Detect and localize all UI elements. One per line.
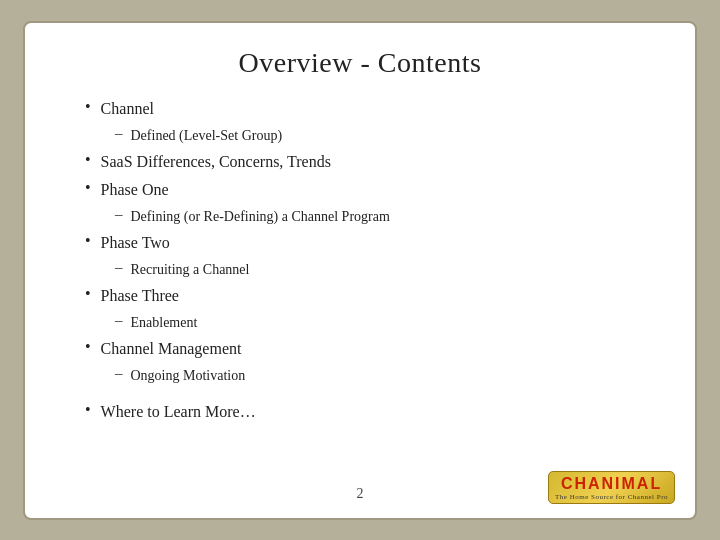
bullet-icon: •	[85, 98, 91, 116]
sub-list-item: – Defining (or Re-Defining) a Channel Pr…	[115, 206, 655, 227]
logo-badge: CHANIMAL The Home Source for Channel Pro	[548, 471, 675, 504]
content-area: • Channel – Defined (Level-Set Group) • …	[65, 97, 655, 478]
bullet-icon: •	[85, 401, 91, 419]
bullet-icon: •	[85, 285, 91, 303]
sub-text: Recruiting a Channel	[131, 259, 250, 280]
slide-title: Overview - Contents	[239, 47, 482, 79]
sub-list-item: – Enablement	[115, 312, 655, 333]
sub-dash-icon: –	[115, 125, 123, 142]
page-number: 2	[357, 486, 364, 502]
bullet-icon: •	[85, 232, 91, 250]
sub-text: Enablement	[131, 312, 198, 333]
list-item: • SaaS Differences, Concerns, Trends	[85, 150, 655, 174]
bullet-icon: •	[85, 179, 91, 197]
logo-main-text: CHANIMAL	[561, 475, 662, 492]
slide: Overview - Contents • Channel – Defined …	[23, 21, 697, 520]
sub-dash-icon: –	[115, 259, 123, 276]
bullet-text: Phase One	[101, 178, 169, 202]
list-item: • Channel	[85, 97, 655, 121]
sub-list-item: – Ongoing Motivation	[115, 365, 655, 386]
sub-list-item: – Defined (Level-Set Group)	[115, 125, 655, 146]
bullet-icon: •	[85, 338, 91, 356]
sub-text: Defined (Level-Set Group)	[131, 125, 283, 146]
list-item: • Phase One	[85, 178, 655, 202]
sub-text: Defining (or Re-Defining) a Channel Prog…	[131, 206, 390, 227]
sub-dash-icon: –	[115, 206, 123, 223]
sub-dash-icon: –	[115, 365, 123, 382]
sub-text: Ongoing Motivation	[131, 365, 246, 386]
list-item: • Channel Management	[85, 337, 655, 361]
bullet-text: Phase Two	[101, 231, 170, 255]
bullet-text: Channel Management	[101, 337, 242, 361]
sub-dash-icon: –	[115, 312, 123, 329]
list-item: • Phase Two	[85, 231, 655, 255]
bullet-icon: •	[85, 151, 91, 169]
list-item: • Phase Three	[85, 284, 655, 308]
bullet-text: Channel	[101, 97, 154, 121]
bullet-text: Where to Learn More…	[101, 400, 256, 424]
list-item: • Where to Learn More…	[85, 400, 655, 424]
bullet-text: SaaS Differences, Concerns, Trends	[101, 150, 331, 174]
slide-outer: Overview - Contents • Channel – Defined …	[15, 13, 705, 528]
sub-list-item: – Recruiting a Channel	[115, 259, 655, 280]
bullet-text: Phase Three	[101, 284, 179, 308]
logo-area: CHANIMAL The Home Source for Channel Pro	[548, 471, 675, 504]
logo-sub-text: The Home Source for Channel Pro	[555, 493, 668, 501]
